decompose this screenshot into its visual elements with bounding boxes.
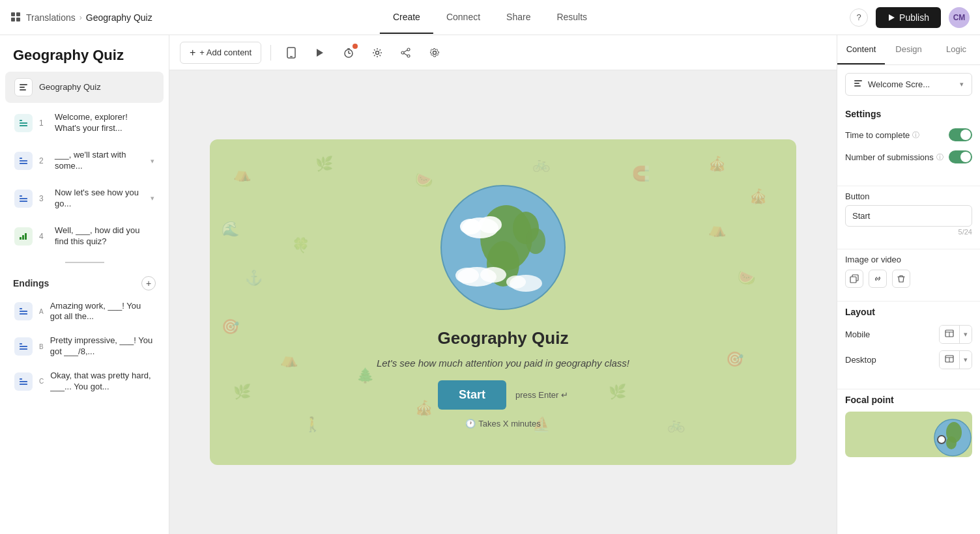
- q4-text: Well, ___, how did you find this quiz?: [55, 225, 154, 247]
- button-input[interactable]: [845, 205, 972, 227]
- svg-rect-23: [20, 343, 22, 344]
- mobile-layout-icon: [940, 326, 960, 343]
- focal-globe: [920, 412, 972, 457]
- time-complete-row: Time to complete ⓘ: [845, 128, 972, 141]
- svg-rect-18: [22, 235, 24, 240]
- tab-share[interactable]: Share: [493, 1, 543, 34]
- delete-image-button[interactable]: [892, 270, 910, 288]
- desktop-layout-select[interactable]: ▾: [939, 350, 972, 369]
- app-icon: [10, 12, 22, 23]
- focal-dot[interactable]: [937, 435, 946, 444]
- submissions-info-icon[interactable]: ⓘ: [936, 152, 944, 162]
- ending-a-letter: A: [39, 308, 44, 315]
- breadcrumb: Translations › Geography Quiz: [10, 12, 152, 23]
- ending-c-text: Okay, that was pretty hard, ___... You g…: [50, 371, 154, 393]
- start-section: Start press Enter ↵: [438, 380, 568, 410]
- q1-num: 1: [39, 119, 48, 128]
- start-button[interactable]: Start: [438, 380, 506, 410]
- focal-preview[interactable]: [845, 412, 972, 457]
- svg-line-41: [404, 53, 407, 55]
- canvas-area: + + Add content: [169, 35, 837, 534]
- desktop-row: Desktop ▾: [845, 350, 972, 369]
- avatar[interactable]: CM: [949, 7, 970, 28]
- add-content-label: + Add content: [199, 48, 252, 57]
- tab-connect[interactable]: Connect: [433, 1, 493, 34]
- time-info-icon[interactable]: ⓘ: [912, 130, 919, 140]
- button-field-label: Button: [845, 191, 972, 201]
- welcome-screen-icon: [854, 79, 863, 90]
- sidebar-item-q2[interactable]: 2 ___, we'll start with some... ▾: [5, 143, 164, 178]
- svg-point-49: [460, 219, 481, 234]
- ending-c-badge: [14, 372, 33, 391]
- breadcrumb-parent[interactable]: Translations: [26, 12, 76, 23]
- svg-rect-14: [20, 195, 22, 197]
- add-ending-button[interactable]: +: [141, 276, 156, 290]
- ending-c[interactable]: C Okay, that was pretty hard, ___... You…: [5, 365, 164, 398]
- link-image-button[interactable]: [869, 270, 887, 288]
- svg-rect-9: [20, 122, 27, 124]
- svg-rect-22: [20, 313, 27, 315]
- help-button[interactable]: ?: [850, 8, 868, 27]
- svg-rect-24: [20, 346, 27, 347]
- mobile-layout-select[interactable]: ▾: [939, 325, 972, 344]
- tab-content[interactable]: Content: [837, 35, 885, 64]
- mobile-label: Mobile: [845, 330, 870, 339]
- top-nav: Translations › Geography Quiz Create Cre…: [0, 0, 980, 35]
- desktop-dropdown-arrow[interactable]: ▾: [960, 352, 972, 367]
- button-section: Button 5/24: [837, 191, 980, 244]
- main-area: Geography Quiz Geography Quiz: [0, 35, 980, 534]
- svg-point-39: [407, 55, 410, 57]
- svg-rect-35: [347, 48, 350, 49]
- add-content-button[interactable]: + + Add content: [180, 42, 261, 64]
- share-tool-button[interactable]: [395, 42, 417, 64]
- section-divider-1: [837, 186, 980, 186]
- welcome-screen-dropdown[interactable]: Welcome Scre... ▾: [845, 73, 972, 96]
- timer-badge: [353, 44, 358, 49]
- sidebar-item-welcome[interactable]: Geography Quiz: [5, 72, 164, 103]
- svg-point-55: [506, 275, 526, 288]
- image-section: Image or video: [837, 255, 980, 296]
- svg-marker-31: [317, 49, 323, 57]
- canvas-preview: ⛺ 🌿 🍉 🚲 🧲 🎪 🌊 🍀 ⚓ 🎯 ⛺ 🌿 🚶 🌲 🎪 ⛵: [169, 70, 837, 534]
- svg-rect-2: [11, 18, 15, 21]
- svg-rect-15: [20, 198, 27, 199]
- svg-point-50: [478, 216, 502, 233]
- gear-button[interactable]: [424, 42, 446, 64]
- time-complete-toggle[interactable]: [949, 128, 972, 141]
- char-count: 5/24: [845, 228, 972, 236]
- sidebar-header: Geography Quiz: [0, 35, 169, 70]
- tab-create-active[interactable]: Create: [380, 1, 433, 34]
- mobile-preview-button[interactable]: [280, 42, 302, 64]
- mobile-row: Mobile ▾: [845, 325, 972, 344]
- q2-text: ___, we'll start with some...: [55, 150, 144, 172]
- svg-rect-28: [20, 384, 27, 385]
- svg-point-36: [376, 51, 379, 54]
- q2-arrow: ▾: [151, 157, 154, 165]
- copy-image-button[interactable]: [845, 270, 863, 288]
- svg-rect-11: [20, 158, 22, 159]
- svg-rect-30: [290, 56, 293, 57]
- timer-button[interactable]: [338, 42, 360, 64]
- tab-results[interactable]: Results: [543, 1, 600, 34]
- plus-icon: +: [190, 47, 195, 59]
- svg-rect-12: [20, 160, 27, 162]
- time-text: Takes X minutes: [478, 419, 540, 429]
- tab-design[interactable]: Design: [885, 35, 932, 64]
- tab-logic[interactable]: Logic: [932, 35, 980, 64]
- svg-rect-26: [20, 378, 22, 380]
- publish-button[interactable]: Publish: [876, 7, 941, 28]
- ending-a[interactable]: A Amazing work, ___! You got all the...: [5, 296, 164, 328]
- ending-b[interactable]: B Pretty impressive, ___! You got ___/8,…: [5, 330, 164, 363]
- svg-rect-57: [854, 80, 862, 81]
- settings-tool-button[interactable]: [366, 42, 388, 64]
- sidebar-item-q1[interactable]: 1 Welcome, explorer! What's your first..…: [5, 105, 164, 141]
- svg-point-38: [401, 51, 404, 54]
- mobile-dropdown-arrow[interactable]: ▾: [960, 327, 972, 342]
- svg-rect-0: [11, 12, 15, 16]
- sidebar-item-q4[interactable]: 4 Well, ___, how did you find this quiz?: [5, 219, 164, 254]
- sidebar-item-q3[interactable]: 3 Now let's see how you go... ▾: [5, 181, 164, 216]
- play-button[interactable]: [309, 42, 331, 64]
- svg-point-70: [946, 436, 957, 449]
- svg-point-53: [480, 267, 506, 283]
- num-submissions-toggle[interactable]: [949, 150, 972, 163]
